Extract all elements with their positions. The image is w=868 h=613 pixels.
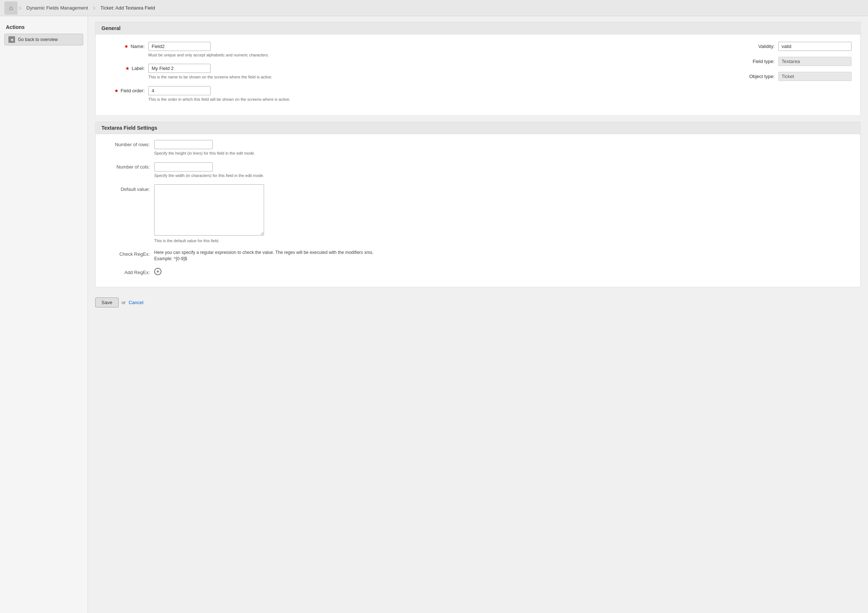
name-control: Must be unique and only accept alphabeti…	[148, 42, 720, 58]
cols-label: Number of cols:	[96, 162, 154, 170]
field-type-label: Field type:	[734, 57, 778, 64]
label-hint: This is the name to be shown on the scre…	[148, 74, 720, 80]
back-arrow-icon: ◄	[8, 36, 15, 43]
name-required-star: ★	[124, 43, 129, 49]
validity-input[interactable]	[778, 42, 851, 51]
field-order-row: ★ Field order: This is the order in whic…	[104, 86, 720, 102]
home-icon: ⌂	[9, 5, 13, 11]
go-back-button[interactable]: ◄ Go back to overview	[5, 34, 83, 45]
object-type-row: Object type:	[734, 72, 851, 81]
general-panel-header: General	[96, 22, 860, 34]
sidebar-actions-title: Actions	[0, 22, 88, 34]
cols-row: Number of cols: Specify the width (in ch…	[96, 162, 860, 178]
general-panel: General ★ Name: Must be u	[95, 22, 861, 116]
label-required-star: ★	[125, 65, 130, 71]
object-type-label: Object type:	[734, 72, 778, 79]
name-row: ★ Name: Must be unique and only accept a…	[104, 42, 720, 58]
name-label: ★ Name:	[104, 42, 148, 49]
breadcrumb: ⌂ › Dynamic Fields Management › Ticket: …	[0, 0, 868, 16]
breadcrumb-separator-1: ›	[19, 4, 21, 12]
rows-hint: Specify the height (in lines) for this f…	[154, 151, 860, 156]
name-hint: Must be unique and only accept alphabeti…	[148, 53, 720, 58]
check-regex-row: Check RegEx: Here you can specify a regu…	[96, 250, 860, 262]
check-regex-control: Here you can specify a regular expressio…	[154, 250, 860, 262]
check-regex-label: Check RegEx:	[96, 250, 154, 257]
rows-row: Number of rows: Specify the height (in l…	[96, 140, 860, 156]
add-regex-icon[interactable]: +	[154, 268, 161, 275]
label-control: This is the name to be shown on the scre…	[148, 64, 720, 80]
validity-row: Validity:	[734, 42, 851, 51]
field-type-control	[778, 57, 851, 66]
rows-input[interactable]	[154, 140, 213, 149]
default-value-label: Default value:	[96, 184, 154, 192]
rows-label: Number of rows:	[96, 140, 154, 147]
form-footer: Save or Cancel	[95, 293, 861, 315]
textarea-settings-panel: Textarea Field Settings Number of rows: …	[95, 122, 861, 287]
field-order-input[interactable]	[148, 86, 211, 95]
home-button[interactable]: ⌂	[5, 2, 18, 15]
validity-control	[778, 42, 851, 51]
check-regex-hint: Here you can specify a regular expressio…	[154, 250, 374, 262]
name-input[interactable]	[148, 42, 211, 51]
breadcrumb-dynamic-fields[interactable]: Dynamic Fields Management	[23, 4, 91, 12]
breadcrumb-separator-2: ›	[93, 4, 95, 12]
cols-hint: Specify the width (in characters) for th…	[154, 173, 860, 178]
add-regex-label: Add RegEx:	[96, 268, 154, 275]
object-type-value	[778, 72, 851, 81]
label-input[interactable]	[148, 64, 211, 73]
general-left-col: ★ Name: Must be unique and only accept a…	[104, 42, 720, 108]
main-content: General ★ Name: Must be u	[88, 16, 868, 613]
default-value-hint: This is the default value for this field…	[154, 238, 860, 244]
field-order-label: ★ Field order:	[104, 86, 148, 93]
field-order-control: This is the order in which this field wi…	[148, 86, 720, 102]
general-right-col: Validity: Field type:	[734, 42, 851, 108]
field-order-hint: This is the order in which this field wi…	[148, 97, 720, 102]
textarea-settings-header: Textarea Field Settings	[96, 122, 860, 134]
field-type-row: Field type:	[734, 57, 851, 66]
cancel-link[interactable]: Cancel	[129, 300, 143, 305]
label-row: ★ Label: This is the name to be shown on…	[104, 64, 720, 80]
sidebar: Actions ◄ Go back to overview	[0, 16, 88, 613]
default-value-textarea[interactable]	[154, 184, 264, 236]
object-type-control	[778, 72, 851, 81]
breadcrumb-current: Ticket: Add Textarea Field	[97, 4, 158, 12]
cols-control: Specify the width (in characters) for th…	[154, 162, 860, 178]
cols-input[interactable]	[154, 162, 213, 171]
rows-control: Specify the height (in lines) for this f…	[154, 140, 860, 156]
label-label: ★ Label:	[104, 64, 148, 71]
add-regex-control: +	[154, 268, 860, 275]
validity-label: Validity:	[734, 42, 778, 49]
save-button[interactable]: Save	[95, 298, 119, 307]
field-order-required-star: ★	[114, 88, 119, 93]
field-type-value	[778, 57, 851, 66]
add-regex-row: Add RegEx: +	[96, 268, 860, 275]
go-back-label: Go back to overview	[18, 37, 58, 42]
default-value-row: Default value: This is the default value…	[96, 184, 860, 244]
default-value-control: This is the default value for this field…	[154, 184, 860, 244]
footer-or-text: or	[122, 300, 126, 305]
